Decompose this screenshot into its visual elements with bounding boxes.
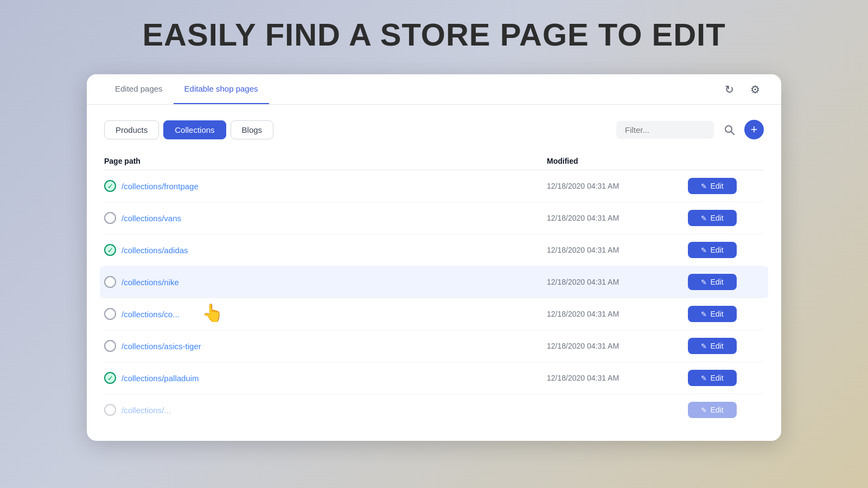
table-row: /collections/... ✎ Edit: [104, 394, 764, 426]
table-row: ✓ /collections/frontpage 12/18/2020 04:3…: [104, 170, 764, 202]
table-header-row: Page path Modified: [104, 152, 764, 170]
filter-collections-button[interactable]: Collections: [163, 120, 226, 139]
page-path-link[interactable]: /collections/adidas: [122, 246, 188, 255]
status-active-icon: ✓: [104, 244, 116, 256]
page-path-cell: /collections/vans: [104, 212, 547, 224]
page-path-cell: /collections/co... 👆: [104, 308, 547, 320]
column-header-modified: Modified: [547, 157, 688, 165]
status-inactive-icon: [104, 404, 116, 416]
page-path-cell: ✓ /collections/palladuim: [104, 372, 547, 384]
edit-icon: ✎: [701, 374, 707, 382]
page-path-link[interactable]: /collections/palladuim: [122, 374, 199, 383]
modified-cell: 12/18/2020 04:31 AM: [547, 246, 688, 254]
page-path-cell: ✓ /collections/frontpage: [104, 180, 547, 192]
edit-button[interactable]: ✎ Edit: [688, 402, 737, 418]
column-header-actions: [688, 157, 764, 165]
svg-point-0: [725, 126, 732, 132]
status-active-icon: ✓: [104, 372, 116, 384]
svg-line-1: [731, 132, 734, 134]
refresh-button[interactable]: ↻: [720, 81, 738, 98]
edit-button[interactable]: ✎ Edit: [688, 242, 737, 258]
status-inactive-icon: [104, 308, 116, 320]
table-row: /collections/nike 12/18/2020 04:31 AM ✎ …: [100, 266, 768, 298]
page-path-link[interactable]: /collections/frontpage: [122, 182, 199, 191]
search-icon[interactable]: [719, 120, 739, 139]
edit-button[interactable]: ✎ Edit: [688, 338, 737, 354]
tab-list: Edited pages Editable shop pages: [104, 74, 269, 104]
edit-icon: ✎: [701, 310, 707, 318]
edit-cell: ✎ Edit: [688, 338, 764, 354]
tab-edited-pages[interactable]: Edited pages: [104, 74, 174, 104]
table-row: /collections/asics-tiger 12/18/2020 04:3…: [104, 330, 764, 362]
edit-cell: ✎ Edit: [688, 370, 764, 386]
table-row: ✓ /collections/adidas 12/18/2020 04:31 A…: [104, 234, 764, 266]
tab-bar-actions: ↻ ⚙: [720, 81, 764, 98]
edit-cell: ✎ Edit: [688, 178, 764, 194]
status-inactive-icon: [104, 212, 116, 224]
settings-button[interactable]: ⚙: [746, 81, 764, 98]
status-active-icon: ✓: [104, 180, 116, 192]
edit-icon: ✎: [701, 278, 707, 286]
add-page-button[interactable]: +: [744, 120, 764, 139]
edit-button[interactable]: ✎ Edit: [688, 370, 737, 386]
modified-cell: 12/18/2020 04:31 AM: [547, 342, 688, 350]
cursor-indicator: 👆: [202, 303, 224, 323]
edit-icon: ✎: [701, 342, 707, 350]
edit-button[interactable]: ✎ Edit: [688, 210, 737, 226]
edit-cell: ✎ Edit: [688, 402, 764, 418]
category-filters: Products Collections Blogs: [104, 120, 616, 139]
page-path-cell: /collections/nike: [104, 276, 547, 288]
app-window: Edited pages Editable shop pages ↻ ⚙ Pro…: [87, 74, 781, 441]
modified-cell: 12/18/2020 04:31 AM: [547, 214, 688, 222]
pages-table: Page path Modified ✓ /collections/frontp…: [104, 152, 764, 426]
status-inactive-icon: [104, 276, 116, 288]
edit-cell: ✎ Edit: [688, 242, 764, 258]
filter-blogs-button[interactable]: Blogs: [231, 120, 274, 139]
page-path-link[interactable]: /collections/co...: [122, 310, 180, 319]
edit-button[interactable]: ✎ Edit: [688, 306, 737, 322]
filter-actions: +: [616, 120, 764, 139]
edit-cell: ✎ Edit: [688, 274, 764, 290]
modified-cell: 12/18/2020 04:31 AM: [547, 310, 688, 318]
page-path-cell: /collections/asics-tiger: [104, 340, 547, 352]
edit-icon: ✎: [701, 182, 707, 190]
modified-cell: 12/18/2020 04:31 AM: [547, 278, 688, 286]
filter-products-button[interactable]: Products: [104, 120, 159, 139]
main-content: Products Collections Blogs + Page path M: [87, 105, 781, 441]
page-path-cell: /collections/...: [104, 404, 547, 416]
filter-bar: Products Collections Blogs +: [104, 120, 764, 139]
modified-cell: 12/18/2020 04:31 AM: [547, 374, 688, 382]
page-path-link[interactable]: /collections/vans: [122, 214, 181, 223]
filter-input[interactable]: [616, 121, 714, 139]
page-path-link[interactable]: /collections/asics-tiger: [122, 342, 201, 351]
table-row: ✓ /collections/palladuim 12/18/2020 04:3…: [104, 362, 764, 394]
edit-icon: ✎: [701, 406, 707, 414]
edit-icon: ✎: [701, 246, 707, 254]
page-path-link[interactable]: /collections/...: [122, 406, 171, 415]
page-path-cell: ✓ /collections/adidas: [104, 244, 547, 256]
edit-icon: ✎: [701, 214, 707, 222]
edit-cell: ✎ Edit: [688, 306, 764, 322]
status-inactive-icon: [104, 340, 116, 352]
edit-button[interactable]: ✎ Edit: [688, 274, 737, 290]
edit-button[interactable]: ✎ Edit: [688, 178, 737, 194]
tab-bar: Edited pages Editable shop pages ↻ ⚙: [87, 74, 781, 105]
table-row: /collections/vans 12/18/2020 04:31 AM ✎ …: [104, 202, 764, 234]
edit-cell: ✎ Edit: [688, 210, 764, 226]
page-headline: EASILY FIND A STORE PAGE TO EDIT: [142, 16, 725, 53]
modified-cell: 12/18/2020 04:31 AM: [547, 182, 688, 190]
column-header-page-path: Page path: [104, 157, 547, 165]
tab-editable-shop-pages[interactable]: Editable shop pages: [174, 74, 269, 104]
page-path-link[interactable]: /collections/nike: [122, 278, 179, 287]
table-row: /collections/co... 👆 12/18/2020 04:31 AM…: [104, 298, 764, 330]
